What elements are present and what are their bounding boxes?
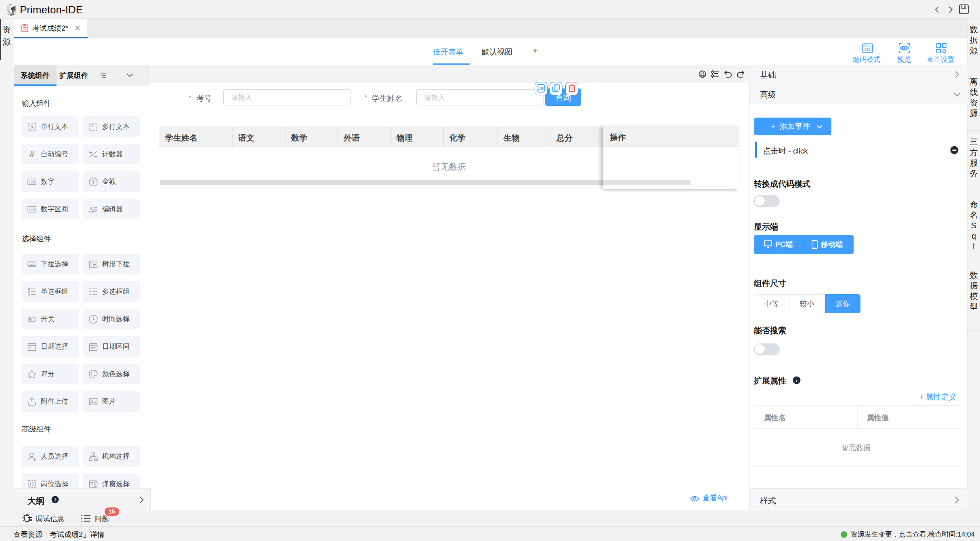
svg-text:i: i bbox=[55, 497, 56, 503]
svg-text:1~3: 1~3 bbox=[29, 207, 35, 211]
svg-text:i: i bbox=[796, 377, 797, 383]
svg-text:A: A bbox=[89, 206, 94, 213]
svg-text:JS: JS bbox=[538, 86, 544, 91]
svg-text:123: 123 bbox=[29, 180, 35, 184]
svg-text:i: i bbox=[30, 482, 31, 486]
svg-text:#: # bbox=[29, 149, 34, 159]
svg-text:A: A bbox=[30, 124, 34, 130]
svg-text:A: A bbox=[91, 123, 94, 128]
